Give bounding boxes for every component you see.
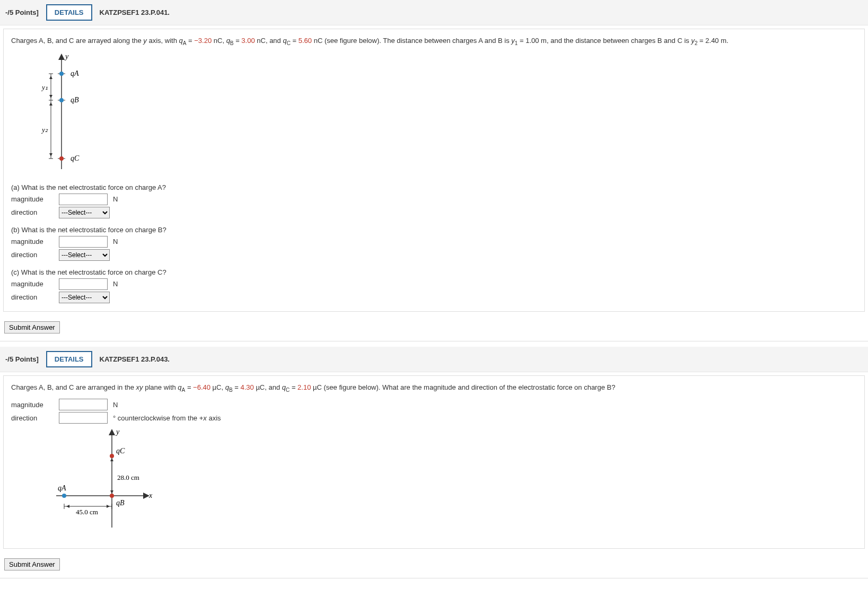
part-c-label: (c) What is the net electrostatic force …: [11, 268, 857, 276]
submit-button-2[interactable]: Submit Answer: [4, 558, 60, 570]
svg-point-6: [59, 98, 64, 102]
part-c-magnitude-row: magnitude N: [11, 278, 857, 290]
part-a-magnitude-row: magnitude N: [11, 194, 857, 205]
unit-n: N: [113, 401, 118, 409]
part-c-direction-select[interactable]: ---Select---: [59, 292, 110, 303]
part-b-label: (b) What is the net electrostatic force …: [11, 226, 857, 234]
q2-direction-row: direction ° counterclockwise from the +x…: [11, 412, 857, 424]
svg-text:y: y: [115, 428, 120, 436]
question-2: -/5 Points] DETAILS KATZPSEF1 23.P.043. …: [0, 347, 868, 579]
magnitude-label: magnitude: [11, 238, 54, 245]
part-b-direction-row: direction ---Select---: [11, 249, 857, 261]
svg-point-3: [59, 72, 64, 76]
question-header: -/5 Points] DETAILS KATZPSEF1 23.P.041.: [0, 0, 868, 25]
svg-marker-20: [49, 153, 52, 156]
svg-text:y₂: y₂: [41, 126, 48, 134]
question-body: Charges A, B, and C are arranged in the …: [3, 375, 865, 549]
svg-point-26: [62, 494, 66, 498]
svg-point-28: [110, 494, 114, 498]
svg-text:x: x: [148, 491, 153, 499]
svg-text:45.0 cm: 45.0 cm: [76, 508, 98, 516]
q2-magnitude-row: magnitude N: [11, 399, 857, 410]
svg-text:qB: qB: [116, 499, 125, 507]
q2-direction-input[interactable]: [59, 412, 108, 424]
svg-point-30: [110, 454, 114, 458]
question-body: Charges A, B, and C are arrayed along th…: [3, 29, 865, 312]
svg-text:qA: qA: [71, 69, 79, 77]
question-header: -/5 Points] DETAILS KATZPSEF1 23.P.043.: [0, 347, 868, 372]
direction-label: direction: [11, 293, 54, 301]
source-id: KATZPSEF1 23.P.041.: [100, 8, 170, 16]
unit-n: N: [113, 195, 118, 203]
part-a-magnitude-input[interactable]: [59, 194, 108, 205]
direction-unit: ° counterclockwise from the +x axis: [113, 414, 221, 422]
source-id: KATZPSEF1 23.P.043.: [100, 355, 170, 363]
svg-marker-40: [110, 490, 113, 494]
part-a-direction-select[interactable]: ---Select---: [59, 207, 110, 218]
problem-prompt: Charges A, B, and C are arranged in the …: [11, 382, 857, 394]
points-label: -/5 Points]: [5, 8, 39, 16]
svg-marker-36: [107, 505, 110, 508]
unit-n: N: [113, 238, 118, 245]
svg-text:qC: qC: [116, 447, 125, 455]
part-b-magnitude-row: magnitude N: [11, 236, 857, 248]
magnitude-label: magnitude: [11, 280, 54, 288]
svg-marker-39: [110, 458, 113, 461]
part-c-direction-row: direction ---Select---: [11, 292, 857, 303]
submit-button-1[interactable]: Submit Answer: [4, 321, 60, 333]
part-b-magnitude-input[interactable]: [59, 236, 108, 248]
unit-n: N: [113, 280, 118, 288]
direction-label: direction: [11, 208, 54, 216]
svg-text:28.0 cm: 28.0 cm: [117, 473, 139, 481]
svg-marker-14: [49, 76, 52, 79]
svg-text:y₁: y₁: [41, 83, 48, 91]
part-a-direction-row: direction ---Select---: [11, 207, 857, 218]
svg-marker-19: [49, 102, 52, 106]
svg-point-9: [59, 156, 64, 161]
part-c-magnitude-input[interactable]: [59, 278, 108, 290]
figure-1: y qA qB qC y₁: [32, 52, 857, 176]
part-b-direction-select[interactable]: ---Select---: [59, 249, 110, 261]
svg-text:y: y: [64, 52, 69, 60]
details-button[interactable]: DETAILS: [46, 4, 92, 21]
q2-magnitude-input[interactable]: [59, 399, 108, 410]
details-button[interactable]: DETAILS: [46, 351, 92, 367]
direction-label: direction: [11, 414, 54, 422]
magnitude-label: magnitude: [11, 195, 54, 203]
svg-marker-15: [49, 95, 52, 98]
figure-2: y x qA qB qC 45.0 cm: [32, 427, 857, 534]
problem-prompt: Charges A, B, and C are arrayed along th…: [11, 36, 857, 47]
question-1: -/5 Points] DETAILS KATZPSEF1 23.P.041. …: [0, 0, 868, 341]
svg-text:qB: qB: [71, 96, 79, 104]
points-label: -/5 Points]: [5, 355, 39, 363]
direction-label: direction: [11, 251, 54, 259]
part-a-label: (a) What is the net electrostatic force …: [11, 183, 857, 191]
svg-marker-35: [66, 505, 69, 508]
magnitude-label: magnitude: [11, 401, 54, 409]
svg-text:qC: qC: [71, 154, 80, 162]
svg-text:qA: qA: [58, 484, 66, 492]
